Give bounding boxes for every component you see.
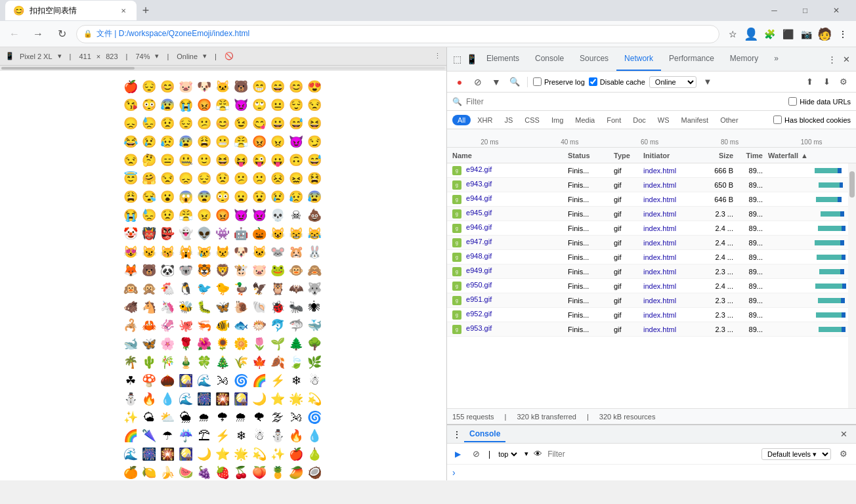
emoji-cell[interactable]: 🌙 bbox=[250, 390, 268, 408]
type-tab-other[interactable]: Other bbox=[715, 115, 744, 125]
emoji-cell[interactable]: 🤡 bbox=[121, 224, 140, 243]
emoji-cell[interactable]: 🦊 bbox=[121, 261, 140, 280]
emoji-cell[interactable]: 🍁 bbox=[250, 353, 268, 371]
extension3-icon[interactable]: 📷 bbox=[798, 26, 814, 42]
emoji-cell[interactable]: 🍂 bbox=[268, 353, 287, 371]
avatar-icon[interactable]: 🧑 bbox=[817, 26, 832, 42]
emoji-cell[interactable]: 😡 bbox=[213, 206, 232, 224]
type-tab-manifest[interactable]: Manifest bbox=[676, 115, 714, 125]
emoji-cell[interactable]: 🐡 bbox=[250, 316, 268, 335]
emoji-cell[interactable]: 🌦 bbox=[177, 408, 195, 427]
emoji-cell[interactable]: 😈 bbox=[232, 206, 250, 224]
emoji-cell[interactable]: 😳 bbox=[140, 96, 158, 114]
emoji-cell[interactable]: 💩 bbox=[305, 206, 324, 224]
emoji-cell[interactable]: 🔥 bbox=[140, 390, 158, 408]
emoji-cell[interactable]: 🙀 bbox=[177, 243, 195, 261]
emoji-cell[interactable]: 🌼 bbox=[232, 335, 250, 353]
emoji-cell[interactable]: ☠ bbox=[287, 206, 305, 224]
emoji-cell[interactable]: 🦆 bbox=[232, 280, 250, 298]
hide-data-urls-checkbox[interactable] bbox=[788, 97, 797, 106]
emoji-cell[interactable]: 😑 bbox=[158, 151, 177, 169]
emoji-cell[interactable]: ⭐ bbox=[213, 445, 232, 463]
emoji-cell[interactable]: 😒 bbox=[305, 96, 324, 114]
tab-console[interactable]: Console bbox=[527, 47, 572, 71]
initiator-link[interactable]: index.html bbox=[643, 167, 676, 175]
emoji-cell[interactable]: ⛱ bbox=[195, 427, 213, 445]
type-tab-doc[interactable]: Doc bbox=[628, 115, 651, 125]
emoji-cell[interactable]: 💫 bbox=[305, 390, 324, 408]
emoji-cell[interactable]: 🍌 bbox=[158, 463, 177, 480]
console-close-button[interactable]: ✕ bbox=[836, 427, 851, 442]
emoji-cell[interactable]: 😸 bbox=[287, 224, 305, 243]
emoji-cell[interactable]: 🌷 bbox=[250, 335, 268, 353]
emoji-cell[interactable]: 😟 bbox=[158, 206, 177, 224]
emoji-cell[interactable]: 😕 bbox=[232, 169, 250, 188]
emoji-cell[interactable]: 😫 bbox=[305, 169, 324, 188]
emoji-cell[interactable]: 😩 bbox=[195, 133, 213, 151]
emoji-cell[interactable]: ✨ bbox=[268, 445, 287, 463]
throttling-select[interactable]: Online Fast 3G Slow 3G Offline bbox=[649, 76, 696, 88]
emoji-cell[interactable]: 😨 bbox=[195, 188, 213, 206]
emoji-cell[interactable]: 😣 bbox=[268, 169, 287, 188]
emoji-cell[interactable]: 😌 bbox=[287, 96, 305, 114]
emoji-cell[interactable]: 😭 bbox=[177, 96, 195, 114]
extension2-icon[interactable]: ⬛ bbox=[780, 26, 796, 42]
emoji-cell[interactable]: 🦐 bbox=[195, 316, 213, 335]
emoji-cell[interactable]: 🐚 bbox=[250, 298, 268, 316]
emoji-cell[interactable]: 😤 bbox=[213, 96, 232, 114]
emoji-cell[interactable]: 😇 bbox=[121, 169, 140, 188]
table-row[interactable]: g e948.gif Finis... gif index.html 2.4 .… bbox=[447, 250, 848, 264]
emoji-cell[interactable]: 😡 bbox=[195, 96, 213, 114]
emoji-cell[interactable]: 🌊 bbox=[177, 390, 195, 408]
table-row[interactable]: g e945.gif Finis... gif index.html 2.3 .… bbox=[447, 207, 848, 221]
emoji-cell[interactable]: 😍 bbox=[305, 77, 324, 96]
emoji-cell[interactable]: 🌩 bbox=[213, 408, 232, 427]
extensions-icon[interactable]: 🧩 bbox=[761, 26, 777, 42]
emoji-cell[interactable]: 🙊 bbox=[140, 280, 158, 298]
profile-icon[interactable]: 👤 bbox=[743, 26, 759, 42]
col-header-waterfall[interactable]: Waterfall ▲ bbox=[765, 152, 856, 159]
emoji-cell[interactable]: 🤗 bbox=[140, 169, 158, 188]
emoji-cell[interactable]: 👿 bbox=[250, 206, 268, 224]
emoji-cell[interactable]: 👾 bbox=[213, 224, 232, 243]
initiator-link[interactable]: index.html bbox=[643, 297, 676, 304]
emoji-cell[interactable]: 😔 bbox=[140, 77, 158, 96]
initiator-link[interactable]: index.html bbox=[643, 268, 676, 276]
emoji-cell[interactable]: 🍎 bbox=[121, 77, 140, 96]
emoji-cell[interactable]: 🐔 bbox=[158, 280, 177, 298]
emoji-cell[interactable]: 😻 bbox=[121, 243, 140, 261]
emoji-cell[interactable]: 🦋 bbox=[140, 335, 158, 353]
emoji-cell[interactable]: 🎃 bbox=[250, 224, 268, 243]
emoji-cell[interactable]: 💧 bbox=[158, 390, 177, 408]
emoji-cell[interactable]: 🙁 bbox=[250, 169, 268, 188]
emoji-cell[interactable]: 🍄 bbox=[140, 371, 158, 390]
close-button[interactable]: ✕ bbox=[821, 0, 851, 21]
emoji-cell[interactable]: 🌴 bbox=[121, 353, 140, 371]
emoji-cell[interactable]: 😔 bbox=[195, 169, 213, 188]
emoji-cell[interactable]: 🔥 bbox=[287, 427, 305, 445]
emoji-cell[interactable]: ⛄ bbox=[268, 427, 287, 445]
emoji-cell[interactable]: 🌀 bbox=[232, 371, 250, 390]
tab-more[interactable]: » bbox=[766, 47, 786, 71]
emoji-cell[interactable]: 🍓 bbox=[213, 463, 232, 480]
type-tab-css[interactable]: CSS bbox=[519, 115, 545, 125]
table-row[interactable]: g e953.gif Finis... gif index.html 2.3 .… bbox=[447, 322, 848, 337]
emoji-cell[interactable]: 🤐 bbox=[177, 151, 195, 169]
emoji-cell[interactable]: ✨ bbox=[121, 408, 140, 427]
scrollbar[interactable] bbox=[848, 163, 856, 408]
console-filter-input[interactable] bbox=[547, 450, 756, 459]
emoji-cell[interactable]: 🐼 bbox=[158, 261, 177, 280]
back-button[interactable]: ← bbox=[5, 25, 24, 43]
emoji-cell[interactable]: 🙈 bbox=[305, 261, 324, 280]
emoji-cell[interactable]: 🐰 bbox=[305, 243, 324, 261]
emoji-cell[interactable]: 😒 bbox=[158, 169, 177, 188]
emoji-cell[interactable]: 🌰 bbox=[158, 371, 177, 390]
type-tab-js[interactable]: JS bbox=[499, 115, 518, 125]
emoji-cell[interactable]: 🐧 bbox=[177, 280, 195, 298]
emoji-cell[interactable]: ⭐ bbox=[268, 390, 287, 408]
initiator-link[interactable]: index.html bbox=[643, 239, 676, 247]
emoji-cell[interactable]: 🐋 bbox=[121, 335, 140, 353]
emoji-cell[interactable]: 🤔 bbox=[140, 151, 158, 169]
emoji-cell[interactable]: 😽 bbox=[158, 243, 177, 261]
emoji-cell[interactable]: 🐙 bbox=[177, 316, 195, 335]
